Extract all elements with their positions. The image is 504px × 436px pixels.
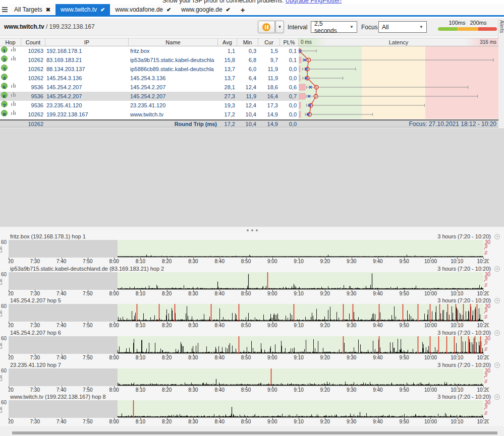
column-header-cur: Cur bbox=[258, 38, 280, 46]
cell-count: 9536 bbox=[21, 92, 43, 101]
table-row-hop-7[interactable]: 7953623.235.41.12023.235.41.12019,312,41… bbox=[0, 101, 299, 110]
column-header-name: Name bbox=[129, 38, 218, 46]
pause-button[interactable] bbox=[258, 21, 275, 33]
pause-icon bbox=[262, 23, 270, 31]
focus-select[interactable]: All▼ bbox=[378, 21, 427, 33]
timeline-plot[interactable] bbox=[9, 336, 483, 354]
chevron-down-icon[interactable]: ˅ bbox=[494, 330, 500, 336]
pause-options-dropdown[interactable]: ▼ bbox=[275, 21, 284, 33]
y-axis-label: Lat bbox=[0, 279, 3, 285]
column-header-avg: Avg bbox=[218, 38, 237, 46]
time-tick-label: 7:30 bbox=[30, 419, 40, 424]
cell-avg: 27,3 bbox=[217, 92, 235, 101]
cell-name: 23.235.41.120 bbox=[130, 101, 217, 110]
time-tick-label: 7:40 bbox=[57, 259, 66, 264]
tab-www-vodafone-de[interactable]: www.vodafone.de✔ bbox=[110, 4, 176, 15]
latency-column-header: 0 ms Latency 316 ms bbox=[299, 38, 498, 46]
summary-count: 10262 bbox=[21, 120, 43, 128]
table-row-hop-1[interactable]: 110263192.168.178.1fritz.box1,10,31,50,1 bbox=[0, 46, 299, 55]
scrollbar-thumb[interactable] bbox=[12, 431, 497, 434]
cell-min: 11,9 bbox=[236, 92, 256, 101]
time-tick-label: 7:40 bbox=[57, 419, 66, 424]
table-row-hop-4[interactable]: 410262145.254.3.136145.254.3.13613,76,41… bbox=[0, 74, 299, 83]
time-tick-label: 8:30 bbox=[188, 355, 198, 360]
time-tick-label: 8:00 bbox=[109, 291, 119, 296]
chevron-down-icon[interactable]: ˅ bbox=[494, 298, 500, 303]
y-axis-max-label: 60 bbox=[1, 336, 7, 341]
chevron-down-icon[interactable]: ˅ bbox=[494, 362, 500, 368]
menu-icon[interactable] bbox=[0, 4, 9, 15]
y-axis-label: Lat bbox=[0, 343, 3, 349]
time-tick-label: 8:00 bbox=[109, 387, 119, 393]
tab-all-targets[interactable]: All Targets✖ bbox=[9, 4, 55, 15]
time-tick-label: 7:40 bbox=[57, 323, 66, 328]
summary-pl: 0,0 bbox=[279, 120, 297, 128]
summary-label: Round Trip (ms) bbox=[130, 120, 217, 128]
table-row-hop-8[interactable]: 810262199.232.138.167www.twitch.tv17,210… bbox=[0, 110, 299, 119]
cell-count: 10262 bbox=[21, 110, 43, 119]
time-tick-label: 9:30 bbox=[347, 323, 356, 328]
y-axis-max-label: 60 bbox=[1, 239, 7, 245]
tab-www-twitch-tv[interactable]: www.twitch.tv✔ bbox=[55, 4, 110, 15]
cell-pl: 0,0 bbox=[279, 65, 297, 74]
tab-www-google-de[interactable]: www.google.de✔ bbox=[176, 4, 236, 15]
timeline-panel-hop-8: www.twitch.tv (199.232.138.167) hop 83 h… bbox=[0, 394, 504, 425]
hop-number-badge: 7 bbox=[1, 101, 8, 107]
timeline-plot[interactable] bbox=[9, 272, 483, 290]
round-trip-summary-row: 10262 Round Trip (ms) 17,2 10,4 14,9 0,0… bbox=[0, 119, 498, 128]
chevron-down-icon[interactable]: ˅ bbox=[494, 266, 500, 272]
time-tick-label: 10:10 bbox=[451, 259, 463, 264]
timeline-plot[interactable] bbox=[9, 240, 483, 258]
table-row-hop-5[interactable]: 59536145.254.2.207145.254.2.20728,112,41… bbox=[0, 83, 299, 92]
pane-splitter[interactable] bbox=[0, 227, 504, 233]
column-header-count: Count bbox=[21, 38, 45, 46]
timeline-plot[interactable] bbox=[9, 400, 483, 418]
time-tick-label: 10:00 bbox=[424, 259, 437, 264]
table-row-hop-2[interactable]: 21026283.169.183.21ip53a9b715.static.kab… bbox=[0, 55, 299, 65]
cell-cur: 11,9 bbox=[257, 65, 278, 74]
packet-loss-axis-label: PL % bbox=[483, 244, 488, 255]
time-axis: 7:207:307:407:508:008:108:208:308:408:50… bbox=[9, 386, 489, 393]
chevron-down-icon[interactable]: ˅ bbox=[494, 234, 500, 239]
cell-count: 10263 bbox=[21, 46, 43, 55]
time-tick-label: 8:10 bbox=[136, 355, 145, 360]
cell-pl: 0,7 bbox=[279, 92, 297, 101]
empty-pane bbox=[0, 128, 504, 227]
upgrade-link[interactable]: Upgrade PingPlotter! bbox=[286, 0, 342, 4]
add-target-button[interactable]: + bbox=[236, 4, 250, 15]
table-row-hop-3[interactable]: 31026288.134.203.137ip5886cb89.static.ka… bbox=[0, 65, 299, 74]
cell-name: fritz.box bbox=[130, 46, 217, 55]
cell-count: 9536 bbox=[21, 83, 43, 92]
hop-number-badge: 1 bbox=[1, 46, 8, 53]
bar-chart-icon bbox=[11, 92, 17, 97]
chevron-down-icon[interactable]: ˅ bbox=[494, 394, 500, 400]
time-tick-label: 9:40 bbox=[373, 355, 382, 360]
time-tick-label: 7:40 bbox=[57, 355, 66, 360]
cell-ip: 192.168.178.1 bbox=[46, 46, 128, 55]
time-tick-label: 10:10 bbox=[451, 355, 463, 360]
timeline-trace bbox=[9, 240, 483, 258]
tab-label: www.vodafone.de bbox=[115, 6, 163, 13]
timeline-plot[interactable] bbox=[9, 368, 483, 386]
time-tick-label: 10:10 bbox=[451, 387, 463, 393]
time-tick-label: 7:30 bbox=[30, 387, 40, 393]
time-tick-label: 10:20 bbox=[477, 323, 489, 328]
y-axis-max-label: 60 bbox=[1, 400, 7, 405]
close-icon[interactable]: ✖ bbox=[46, 7, 50, 13]
summary-avg: 17,2 bbox=[217, 120, 235, 128]
time-tick-label: 8:20 bbox=[162, 323, 172, 328]
horizontal-scrollbar[interactable] bbox=[0, 426, 504, 436]
cell-avg: 1,1 bbox=[217, 46, 235, 55]
time-tick-label: 10:20 bbox=[477, 419, 489, 424]
interval-select[interactable]: 2,5 seconds▼ bbox=[311, 21, 357, 33]
check-icon: ✔ bbox=[226, 7, 231, 13]
table-row-hop-6[interactable]: 69536145.254.2.207145.254.2.20727,311,91… bbox=[0, 92, 299, 101]
hop-number-badge: 2 bbox=[1, 55, 8, 62]
cell-count: 10262 bbox=[21, 74, 43, 83]
alerts-side-tab[interactable]: Alerts bbox=[498, 18, 504, 128]
time-tick-label: 8:30 bbox=[188, 291, 198, 296]
cell-name: www.twitch.tv bbox=[130, 110, 217, 119]
time-tick-label: 8:20 bbox=[162, 259, 172, 264]
timeline-plot[interactable] bbox=[9, 304, 483, 322]
time-tick-label: 8:10 bbox=[136, 419, 145, 424]
